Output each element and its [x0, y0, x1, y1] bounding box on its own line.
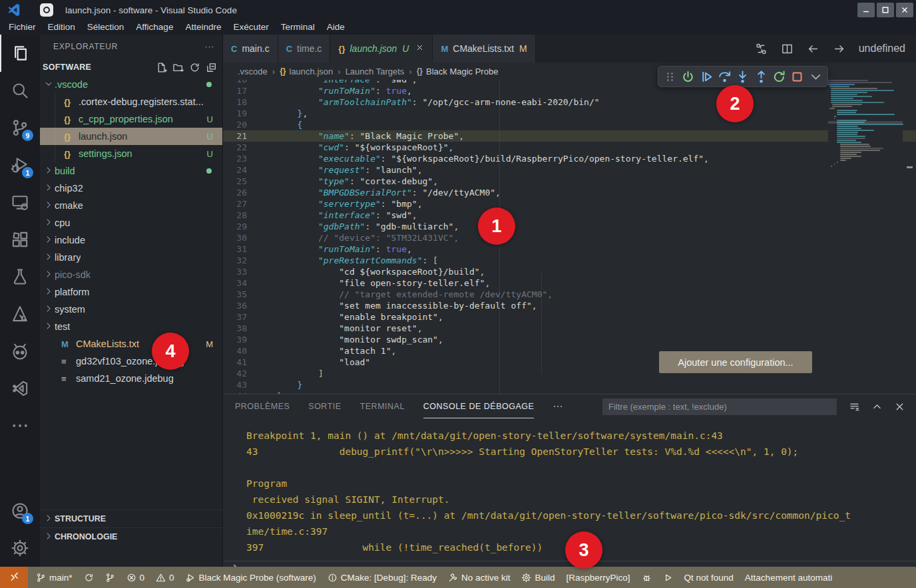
debug-stop-button[interactable] [789, 68, 806, 85]
activity-settings[interactable] [0, 529, 40, 567]
tree-item-cmake[interactable]: cmake [40, 197, 222, 214]
section-chronologie[interactable]: CHRONOLOGIE [40, 527, 223, 545]
code-editor[interactable]: 16 "interface": "swd",17 "runToMain": tr… [223, 80, 916, 394]
tab-cmakelists-txt[interactable]: MCMakeLists.txtM [433, 35, 535, 63]
activity-source-control[interactable]: 9 [0, 109, 40, 146]
tree-item-gd32vf103-ozone-jdebug[interactable]: ≡gd32vf103_ozone.jdebug [40, 353, 222, 370]
tree-item-chip32[interactable]: chip32 [40, 180, 222, 197]
debug-step-out-button[interactable] [752, 68, 770, 85]
activity-extensions[interactable] [0, 221, 40, 258]
tab-main-c[interactable]: Cmain.c [223, 35, 278, 63]
minimize-button[interactable] [857, 3, 875, 17]
maximize-button[interactable] [877, 3, 894, 17]
tree-item--vscode[interactable]: .vscode [40, 76, 222, 93]
tree-item-include[interactable]: include [40, 231, 222, 249]
panel-tab-sortie[interactable]: SORTIE [308, 394, 341, 418]
navigate-back-icon[interactable] [807, 43, 819, 55]
status-qt-status[interactable]: Qt not found [684, 573, 734, 583]
menu-fichier[interactable]: Fichier [3, 20, 42, 35]
close-panel-icon[interactable] [894, 401, 905, 412]
activity-more[interactable] [0, 407, 40, 444]
open-changes-icon[interactable] [755, 43, 768, 55]
breadcrumb-item[interactable]: {}launch.json [280, 67, 333, 76]
tree-item-build[interactable]: build [40, 162, 222, 180]
debug-launch-button[interactable] [680, 68, 697, 85]
activity-remote-explorer[interactable] [0, 184, 40, 221]
new-file-icon[interactable] [156, 62, 167, 73]
status-git-graph[interactable] [105, 573, 115, 583]
breadcrumb-item[interactable]: Launch Targets [345, 67, 405, 76]
breadcrumb-item[interactable]: .vscode [238, 67, 268, 76]
clear-console-icon[interactable] [849, 401, 860, 412]
tree-item-test[interactable]: test [40, 318, 222, 335]
sidebar-more-icon[interactable]: ··· [205, 42, 214, 51]
debug-more-debug-button[interactable] [807, 68, 824, 85]
status-cmake-status[interactable]: CMake: [Debug]: Ready [328, 573, 437, 583]
activity-testing[interactable] [0, 258, 40, 295]
close-button[interactable] [896, 3, 913, 17]
workspace-section-header[interactable]: SOFTWARE [40, 59, 222, 76]
debug-step-over-button[interactable] [716, 68, 734, 85]
panel-tab-console-de-d-bogage[interactable]: CONSOLE DE DÉBOGAGE [423, 394, 534, 418]
collapse-all-icon[interactable] [206, 62, 217, 73]
tab-time-c[interactable]: Ctime.c [278, 35, 331, 63]
tree-item-system[interactable]: system [40, 301, 222, 318]
menu-atteindre[interactable]: Atteindre [179, 20, 227, 35]
tree-item-cpu[interactable]: cpu [40, 214, 222, 231]
navigate-forward-icon[interactable] [833, 43, 845, 55]
section-structure[interactable]: STRUCTURE [40, 510, 223, 527]
overview-ruler[interactable] [903, 80, 916, 394]
menu-aide[interactable]: Aide [321, 20, 351, 35]
status-debug-target[interactable] [642, 573, 652, 583]
debug-restart-button[interactable] [771, 68, 788, 85]
tree-item-settings-json[interactable]: {}settings.jsonU [40, 145, 222, 162]
tree-item-c-cpp-properties-json[interactable]: {}c_cpp_properties.jsonU [40, 110, 222, 128]
debug-continue-button[interactable] [698, 68, 715, 85]
tree-item-cmakelists-txt[interactable]: MCMakeLists.txtM [40, 335, 222, 353]
debug-step-into-button[interactable] [734, 68, 752, 85]
activity-account[interactable]: 1 [0, 492, 40, 529]
activity-explorer[interactable] [0, 35, 40, 72]
status-debug-launch[interactable]: Black Magic Probe (software) [186, 573, 316, 583]
close-icon[interactable] [415, 43, 424, 54]
activity-platformio[interactable] [0, 333, 40, 370]
breadcrumb-item[interactable]: {}Black Magic Probe [417, 67, 499, 76]
status-build-target[interactable]: [RaspberryPico] [567, 573, 630, 583]
console-filter-input[interactable]: Filtre (exemple : text, !exclude) [602, 398, 837, 415]
status-warnings[interactable]: 0 [156, 573, 174, 583]
maximize-panel-icon[interactable] [871, 401, 883, 412]
tree-item-library[interactable]: library [40, 249, 222, 266]
split-editor-icon[interactable] [781, 43, 794, 55]
add-configuration-button[interactable]: Ajouter une configuration... [659, 351, 812, 373]
activity-run-debug[interactable]: 1 [0, 146, 40, 184]
panel-more-icon[interactable]: ⋯ [553, 400, 564, 412]
status-run-target[interactable] [663, 573, 673, 583]
menu-sélection[interactable]: Sélection [81, 20, 130, 35]
status-auto-attach[interactable]: Attachement automati [745, 573, 832, 583]
more-icon[interactable]: undefined [859, 43, 905, 55]
menu-terminal[interactable]: Terminal [275, 20, 321, 35]
panel-tab-probl-mes[interactable]: PROBLÈMES [235, 394, 290, 418]
remote-indicator[interactable] [0, 567, 28, 588]
activity-cmake[interactable] [0, 295, 40, 333]
tree-item-samd21-ozone-jdebug[interactable]: ≡samd21_ozone.jdebug [40, 370, 222, 387]
new-folder-icon[interactable] [172, 62, 184, 73]
tree-item-platform[interactable]: platform [40, 283, 222, 301]
tab-launch-json[interactable]: {}launch.jsonU [330, 35, 433, 63]
status-active-kit[interactable]: No active kit [448, 573, 511, 583]
menu-affichage[interactable]: Affichage [130, 20, 179, 35]
status-git-branch[interactable]: main* [36, 573, 73, 583]
status-build[interactable]: Build [521, 573, 555, 583]
activity-search[interactable] [0, 72, 40, 109]
activity-vs-project[interactable] [0, 370, 40, 407]
minimap[interactable] [828, 80, 903, 394]
refresh-icon[interactable] [189, 62, 200, 73]
tree-item-launch-json[interactable]: {}launch.jsonU [40, 128, 222, 145]
status-git-sync[interactable] [84, 573, 94, 583]
tree-item-pico-sdk[interactable]: pico-sdk [40, 266, 222, 283]
status-errors[interactable]: 0 [126, 573, 145, 583]
menu-exécuter[interactable]: Exécuter [227, 20, 274, 35]
tree-item--cortex-debug-registers-stat-[interactable]: {}.cortex-debug.registers.stat... [40, 93, 222, 110]
panel-tab-terminal[interactable]: TERMINAL [360, 394, 405, 418]
menu-edition[interactable]: Edition [42, 20, 81, 35]
